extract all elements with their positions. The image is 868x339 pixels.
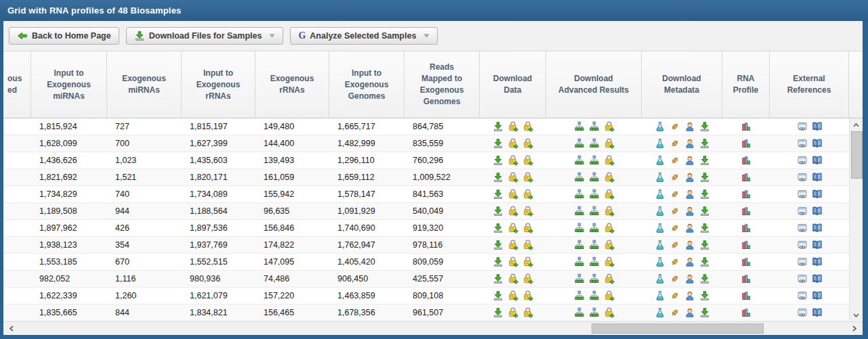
tree-icon[interactable]	[589, 172, 600, 183]
flask-icon[interactable]	[655, 307, 665, 318]
extlink-icon[interactable]	[797, 172, 808, 183]
flask-icon[interactable]	[655, 256, 665, 267]
person-icon[interactable]	[684, 223, 695, 233]
person-icon[interactable]	[684, 206, 695, 217]
table-row[interactable]: 1,553,1856701,552,515147,0951,405,420809…	[3, 254, 849, 271]
table-row[interactable]: 1,815,9247271,815,197149,4801,665,717864…	[3, 118, 849, 135]
lockfile-icon[interactable]	[604, 172, 615, 183]
extlink-icon[interactable]	[797, 155, 808, 166]
tree-icon[interactable]	[574, 172, 585, 183]
dna-icon[interactable]	[669, 206, 680, 217]
barchart-icon[interactable]	[741, 189, 751, 200]
extlink-icon[interactable]	[797, 223, 808, 233]
lockfile-icon[interactable]	[604, 138, 615, 149]
download-icon[interactable]	[699, 240, 710, 250]
person-icon[interactable]	[684, 256, 695, 267]
back-to-home-button[interactable]: Back to Home Page	[9, 27, 119, 45]
person-icon[interactable]	[684, 307, 695, 318]
lockfile-icon[interactable]	[604, 273, 615, 284]
lockfile-icon[interactable]	[522, 240, 533, 250]
download-icon[interactable]	[493, 240, 503, 250]
book-icon[interactable]	[812, 155, 823, 166]
download-icon[interactable]	[493, 307, 503, 318]
flask-icon[interactable]	[655, 240, 665, 250]
extlink-icon[interactable]	[797, 307, 808, 318]
person-icon[interactable]	[684, 155, 695, 166]
book-icon[interactable]	[812, 256, 823, 267]
column-header-exogenous-mirnas[interactable]: Exogenous miRNAs	[107, 51, 182, 118]
dna-icon[interactable]	[669, 189, 680, 200]
lockfile-icon[interactable]	[508, 223, 518, 233]
dna-icon[interactable]	[669, 290, 680, 301]
column-header-reads-mapped-to-exogenous-genomes[interactable]: Reads Mapped to Exogenous Genomes	[405, 51, 480, 118]
lockfile-icon[interactable]	[604, 307, 615, 318]
table-row[interactable]: 1,189,5089441,188,56496,6351,091,929540,…	[3, 203, 849, 220]
download-icon[interactable]	[699, 223, 710, 233]
tree-icon[interactable]	[574, 155, 585, 166]
lockfile-icon[interactable]	[604, 290, 615, 301]
person-icon[interactable]	[684, 172, 695, 183]
tree-icon[interactable]	[589, 189, 600, 200]
download-icon[interactable]	[493, 223, 503, 233]
scroll-left-arrow-icon[interactable]	[5, 322, 18, 335]
download-icon[interactable]	[493, 155, 503, 166]
person-icon[interactable]	[684, 273, 695, 284]
tree-icon[interactable]	[574, 138, 585, 149]
table-row[interactable]: 1,835,6658441,834,821156,4651,678,356961…	[3, 304, 849, 321]
tree-icon[interactable]	[574, 223, 585, 233]
dna-icon[interactable]	[669, 223, 680, 233]
person-icon[interactable]	[684, 121, 695, 132]
person-icon[interactable]	[684, 240, 695, 250]
tree-icon[interactable]	[589, 256, 600, 267]
lockfile-icon[interactable]	[508, 172, 518, 183]
table-row[interactable]: 1,734,8297401,734,089155,9421,578,147841…	[3, 186, 849, 203]
flask-icon[interactable]	[655, 206, 665, 217]
lockfile-icon[interactable]	[522, 307, 533, 318]
column-header-rna-profile[interactable]: RNA Profile	[722, 51, 770, 118]
download-icon[interactable]	[699, 256, 710, 267]
lockfile-icon[interactable]	[508, 290, 518, 301]
lockfile-icon[interactable]	[508, 206, 518, 217]
extlink-icon[interactable]	[797, 121, 808, 132]
tree-icon[interactable]	[589, 240, 600, 250]
tree-icon[interactable]	[589, 155, 600, 166]
column-header-input-to-exogenous-mirnas[interactable]: Input to Exogenous miRNAs	[31, 51, 107, 118]
flask-icon[interactable]	[655, 172, 665, 183]
lockfile-icon[interactable]	[508, 155, 518, 166]
download-icon[interactable]	[699, 138, 710, 149]
download-icon[interactable]	[699, 307, 710, 318]
book-icon[interactable]	[812, 189, 823, 200]
barchart-icon[interactable]	[741, 240, 751, 250]
book-icon[interactable]	[812, 223, 823, 233]
download-icon[interactable]	[699, 172, 710, 183]
lockfile-icon[interactable]	[508, 307, 518, 318]
flask-icon[interactable]	[655, 189, 665, 200]
table-row[interactable]: 1,436,6261,0231,435,603139,4931,296,1107…	[3, 152, 849, 169]
horizontal-scrollbar-thumb[interactable]	[592, 323, 764, 334]
tree-icon[interactable]	[589, 223, 600, 233]
download-icon[interactable]	[493, 121, 503, 132]
download-icon[interactable]	[699, 155, 710, 166]
lockfile-icon[interactable]	[604, 223, 615, 233]
download-icon[interactable]	[699, 290, 710, 301]
barchart-icon[interactable]	[741, 172, 751, 183]
dna-icon[interactable]	[669, 138, 680, 149]
table-row[interactable]: 1,622,3391,2601,621,079157,2201,463,8598…	[3, 288, 849, 304]
barchart-icon[interactable]	[741, 273, 751, 284]
download-icon[interactable]	[699, 206, 710, 217]
person-icon[interactable]	[684, 189, 695, 200]
table-row[interactable]: 1,821,6921,5211,820,171161,0591,659,1121…	[3, 169, 849, 186]
download-icon[interactable]	[699, 273, 710, 284]
flask-icon[interactable]	[655, 223, 665, 233]
flask-icon[interactable]	[655, 155, 665, 166]
barchart-icon[interactable]	[741, 206, 751, 217]
column-header-truncated-column[interactable]: ous ed	[3, 51, 31, 118]
barchart-icon[interactable]	[741, 290, 751, 301]
tree-icon[interactable]	[574, 206, 585, 217]
book-icon[interactable]	[812, 138, 823, 149]
download-icon[interactable]	[699, 189, 710, 200]
lockfile-icon[interactable]	[604, 155, 615, 166]
lockfile-icon[interactable]	[604, 206, 615, 217]
person-icon[interactable]	[684, 290, 695, 301]
tree-icon[interactable]	[574, 307, 585, 318]
